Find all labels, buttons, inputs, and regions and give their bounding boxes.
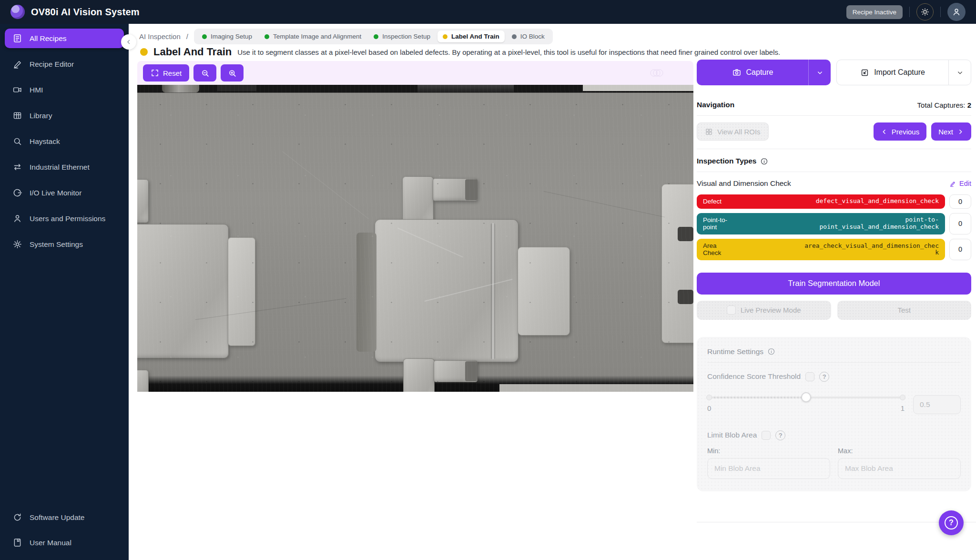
confidence-threshold-label: Confidence Score Threshold <box>707 372 801 381</box>
sidebar-item-industrial-ethernet[interactable]: Industrial Ethernet <box>5 157 124 177</box>
class-pill-defect[interactable]: Defect defect_visual_and_dimension_check <box>697 194 945 209</box>
runtime-settings-title: Runtime Settings <box>707 347 763 356</box>
step-template-image-alignment[interactable]: Template Image and Alignment <box>259 31 366 42</box>
slider-max-endpoint <box>900 395 905 400</box>
live-preview-checkbox[interactable] <box>727 305 736 315</box>
breadcrumb-root: AI Inspection <box>139 32 181 41</box>
gear-icon <box>12 239 22 249</box>
capture-dropdown-caret[interactable] <box>809 60 831 85</box>
help-icon[interactable]: ? <box>775 430 785 440</box>
class-pill-point-to-point[interactable]: Point-to-point point-to-point_visual_and… <box>697 213 945 234</box>
step-status-dot <box>202 34 207 39</box>
io-circuit-icon <box>12 188 22 198</box>
camera-capture-image[interactable] <box>137 85 693 392</box>
divider <box>909 7 910 17</box>
sun-icon <box>921 8 929 16</box>
next-capture-button[interactable]: Next <box>931 122 971 141</box>
book-icon <box>12 538 22 548</box>
class-label: Area Check <box>703 242 732 257</box>
help-icon[interactable]: ? <box>819 372 829 382</box>
inspection-side-panel: Capture Import Capture <box>697 60 971 491</box>
threshold-value-input[interactable] <box>913 395 961 414</box>
threshold-slider-track[interactable] <box>707 397 905 398</box>
divider <box>707 362 961 363</box>
import-dropdown-caret[interactable] <box>949 60 971 85</box>
live-preview-label: Live Preview Mode <box>741 306 801 314</box>
sidebar-item-library[interactable]: Library <box>5 106 124 125</box>
metal-clip-center-bottom-arm <box>403 358 435 392</box>
zoom-out-button[interactable] <box>193 64 216 81</box>
breadcrumb: AI Inspection / Imaging Setup Template I… <box>139 29 553 44</box>
zoom-in-button[interactable] <box>221 64 244 81</box>
sidebar-item-system-settings[interactable]: System Settings <box>5 234 124 254</box>
photo-top-light-slab <box>583 85 693 91</box>
metal-clip-left-tab <box>137 179 149 223</box>
class-code: point-to-point_visual_and_dimension_chec… <box>802 216 939 230</box>
navigation-section-title: Navigation <box>697 101 734 109</box>
import-capture-label: Import Capture <box>874 68 925 77</box>
limit-blob-area-checkbox[interactable] <box>762 431 771 440</box>
sidebar-collapse-button[interactable] <box>121 34 136 50</box>
step-inspection-setup[interactable]: Inspection Setup <box>368 31 436 42</box>
max-blob-area-input[interactable] <box>838 458 961 479</box>
train-segmentation-model-button[interactable]: Train Segmentation Model <box>697 273 971 295</box>
app-title: OV80i AI Vision System <box>31 7 140 18</box>
breadcrumb-separator: / <box>186 32 188 41</box>
photo-top-dark-block <box>217 85 256 91</box>
metal-clip-center-left-wall <box>356 233 376 352</box>
edit-pencil-icon <box>949 180 956 187</box>
current-step-dot <box>140 48 148 56</box>
previous-capture-button[interactable]: Previous <box>874 122 926 141</box>
divider <box>697 522 976 522</box>
sidebar-item-user-manual[interactable]: User Manual <box>5 533 124 552</box>
sidebar: All Recipes Recipe Editor HMI <box>0 24 129 560</box>
sidebar-item-users-permissions[interactable]: Users and Permissions <box>5 209 124 228</box>
sidebar-item-io-live-monitor[interactable]: I/O Live Monitor <box>5 183 124 203</box>
info-icon[interactable] <box>760 157 768 165</box>
divider <box>697 149 971 149</box>
class-pill-area-check[interactable]: Area Check area_check_visual_and_dimensi… <box>697 239 945 260</box>
inspection-class-row: Area Check area_check_visual_and_dimensi… <box>697 239 971 260</box>
sidebar-item-software-update[interactable]: Software Update <box>5 508 124 527</box>
pencil-icon <box>12 59 22 69</box>
help-button[interactable]: ? <box>939 510 964 535</box>
user-avatar[interactable] <box>947 3 966 21</box>
threshold-slider-handle[interactable] <box>801 392 811 402</box>
inspection-class-list: Defect defect_visual_and_dimension_check… <box>697 194 971 260</box>
test-button[interactable]: Test <box>837 301 972 320</box>
live-preview-mode-toggle[interactable]: Live Preview Mode <box>697 301 831 320</box>
sidebar-item-recipe-editor[interactable]: Recipe Editor <box>5 54 124 74</box>
info-icon[interactable] <box>767 347 775 356</box>
slider-min-endpoint <box>706 395 712 400</box>
sidebar-item-haystack[interactable]: Haystack <box>5 132 124 151</box>
sidebar-item-label: Users and Permissions <box>30 214 105 223</box>
view-all-rois-button[interactable]: View All ROIs <box>697 122 769 141</box>
metal-clip-center-body <box>375 219 518 362</box>
step-io-block[interactable]: IO Block <box>507 31 550 42</box>
zoom-in-icon <box>228 69 237 78</box>
confidence-threshold-checkbox[interactable] <box>805 372 814 381</box>
metal-clip-left-tab <box>137 370 149 392</box>
min-blob-area-input[interactable] <box>707 458 830 479</box>
step-label-and-train[interactable]: Label And Train <box>437 31 505 42</box>
previous-label: Previous <box>892 128 919 136</box>
theme-toggle-button[interactable] <box>916 3 934 20</box>
sidebar-item-all-recipes[interactable]: All Recipes <box>5 29 124 48</box>
reset-view-button[interactable]: Reset <box>143 64 189 81</box>
step-label: Inspection Setup <box>382 33 430 40</box>
sidebar-item-hmi[interactable]: HMI <box>5 80 124 100</box>
total-captures-label: Total Captures: <box>917 101 966 109</box>
import-capture-button[interactable]: Import Capture <box>836 60 971 85</box>
recipe-status-badge: Recipe Inactive <box>846 5 903 19</box>
step-imaging-setup[interactable]: Imaging Setup <box>197 31 257 42</box>
sidebar-item-label: HMI <box>30 86 43 94</box>
divider <box>697 115 971 116</box>
app-logo-icon <box>10 5 25 19</box>
chevron-down-icon <box>816 69 824 76</box>
slider-filled-segment <box>707 397 806 398</box>
photo-bottom-light-slab <box>499 384 693 392</box>
sidebar-item-label: All Recipes <box>30 34 67 43</box>
edit-inspection-types-button[interactable]: Edit <box>949 180 971 187</box>
inspection-group-label: Visual and Dimension Check <box>697 179 791 188</box>
capture-button[interactable]: Capture <box>697 60 831 85</box>
